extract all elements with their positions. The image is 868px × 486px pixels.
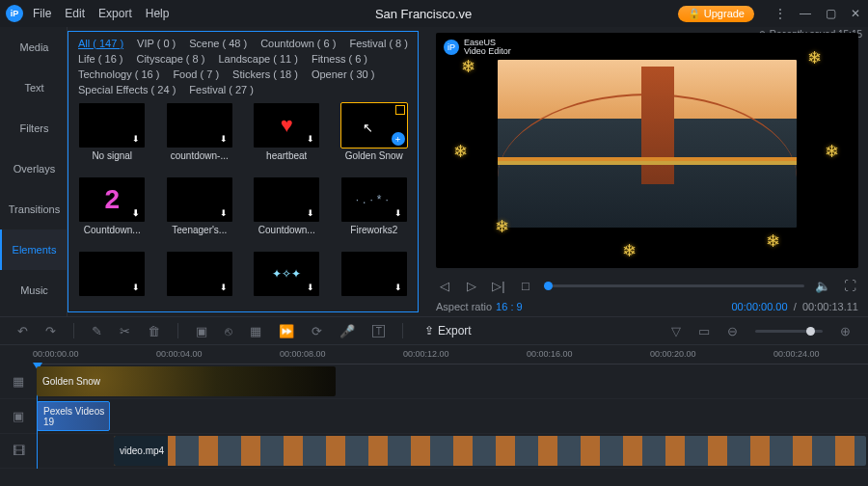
upgrade-button[interactable]: 🔒 Upgrade — [678, 6, 754, 22]
cursor-icon: ↖ — [363, 121, 373, 135]
voice-icon[interactable]: 🎤 — [339, 324, 355, 338]
menu-edit[interactable]: Edit — [65, 7, 85, 20]
stop-icon[interactable]: □ — [517, 279, 534, 293]
export-icon: ⇪ — [424, 324, 434, 338]
fullscreen-icon[interactable]: ⛶ — [841, 279, 858, 293]
menu-file[interactable]: File — [33, 7, 51, 20]
rotate-icon[interactable]: ⟳ — [312, 324, 322, 338]
filter-opener[interactable]: Opener ( 30 ) — [312, 68, 374, 80]
volume-icon[interactable]: 🔈 — [814, 279, 831, 293]
speed-icon[interactable]: ⏩ — [279, 324, 294, 338]
sidebar-tab-elements[interactable]: Elements — [0, 230, 67, 270]
element-thumb[interactable]: ⬇No signal — [78, 103, 147, 168]
filter-landscape[interactable]: Landscape ( 11 ) — [218, 53, 298, 65]
sidebar-tab-music[interactable]: Music — [0, 270, 67, 310]
sidebar-tab-media[interactable]: Media — [0, 27, 67, 68]
element-thumb[interactable]: ⬇ — [166, 252, 234, 306]
filter-technology[interactable]: Technology ( 16 ) — [78, 68, 159, 80]
download-icon[interactable]: ⬇ — [304, 206, 317, 220]
play-icon[interactable]: ▷ — [463, 279, 480, 293]
sidebar-tab-transitions[interactable]: Transitions — [0, 189, 67, 230]
download-icon[interactable]: ⬇ — [217, 132, 231, 146]
zoom-slider[interactable] — [755, 330, 823, 333]
element-thumb[interactable]: ⬇ — [253, 252, 321, 306]
element-thumb[interactable]: ⬇ — [340, 252, 409, 306]
thumb-label: Golden Snow — [345, 150, 403, 161]
filter-life[interactable]: Life ( 16 ) — [78, 53, 122, 65]
element-thumb[interactable]: ⬇Countdown... — [253, 177, 321, 242]
zoom-out-icon[interactable]: ⊖ — [727, 324, 738, 338]
crop-icon[interactable]: ▣ — [196, 324, 207, 338]
thumb-label: countdown-... — [171, 150, 229, 161]
element-thumb[interactable]: ＋↖Golden Snow — [340, 103, 409, 168]
download-icon[interactable]: ⬇ — [129, 132, 143, 146]
filter-scene[interactable]: Scene ( 48 ) — [189, 38, 247, 49]
filter-food[interactable]: Food ( 7 ) — [173, 68, 219, 80]
download-icon[interactable]: ⬇ — [392, 281, 405, 294]
fx-track-icon[interactable]: ▦ — [0, 374, 37, 389]
edit-icon[interactable]: ✎ — [92, 324, 102, 338]
overlay-track-icon[interactable]: ▣ — [0, 409, 37, 423]
preview-scrubber[interactable] — [544, 284, 804, 287]
filter-vip[interactable]: VIP ( 0 ) — [137, 38, 176, 49]
download-icon[interactable]: ⬇ — [304, 281, 317, 294]
zoom-in-icon[interactable]: ⊕ — [840, 324, 851, 338]
time-display: 00:00:00.00 / 00:00:13.11 — [731, 301, 858, 312]
element-thumb[interactable]: ⬇Fireworks2 — [340, 177, 409, 242]
download-icon[interactable]: ⬇ — [217, 281, 231, 294]
close-icon[interactable]: ✕ — [849, 7, 862, 20]
filter-fitness[interactable]: Fitness ( 6 ) — [312, 53, 367, 65]
download-icon[interactable]: ⬇ — [129, 206, 143, 220]
split-icon[interactable]: ⎋ — [225, 324, 232, 338]
filter-all[interactable]: All ( 147 ) — [78, 38, 123, 49]
video-track-icon[interactable]: 🎞 — [0, 444, 37, 458]
filter-special-effects[interactable]: Special Effects ( 24 ) — [78, 84, 176, 95]
marker-icon[interactable]: ▽ — [671, 324, 681, 338]
snap-icon[interactable]: ▭ — [698, 324, 710, 338]
redo-icon[interactable]: ↷ — [45, 324, 56, 338]
undo-icon[interactable]: ↶ — [17, 324, 28, 338]
clip-golden-snow[interactable]: Golden Snow — [37, 366, 336, 396]
element-thumb[interactable]: ⬇ — [78, 252, 147, 306]
download-icon[interactable]: ⬇ — [217, 206, 231, 220]
filter-countdown[interactable]: Countdown ( 6 ) — [260, 38, 336, 49]
aspect-ratio-label[interactable]: Aspect ratio16 : 9 — [436, 301, 523, 312]
download-icon[interactable]: ⬇ — [392, 206, 405, 220]
mosaic-icon[interactable]: ▦ — [250, 324, 261, 338]
clip-video[interactable]: video.mp4 — [114, 436, 866, 466]
cut-icon[interactable]: ✂ — [120, 324, 130, 338]
preview-viewport[interactable]: iP EaseUS Video Editor ❄ ❄ ❄ ❄ ❄ ❄ ❄ — [436, 33, 858, 268]
ruler-tick: 00:00:00.00 — [33, 349, 79, 359]
sidebar: MediaTextFiltersOverlaysTransitionsEleme… — [0, 27, 68, 316]
preview-frame — [498, 60, 797, 228]
minimize-icon[interactable]: — — [799, 7, 812, 20]
delete-icon[interactable]: 🗑 — [148, 324, 160, 338]
prev-frame-icon[interactable]: ◁ — [436, 279, 453, 293]
sidebar-tab-filters[interactable]: Filters — [0, 108, 67, 148]
sidebar-tab-overlays[interactable]: Overlays — [0, 148, 67, 189]
download-icon[interactable]: ⬇ — [129, 281, 143, 294]
next-frame-icon[interactable]: ▷| — [490, 279, 507, 293]
elements-library: All ( 147 )VIP ( 0 )Scene ( 48 )Countdow… — [68, 31, 419, 312]
filter-festival[interactable]: Festival ( 27 ) — [189, 84, 254, 95]
element-thumb[interactable]: 2⬇Countdown... — [78, 177, 147, 242]
settings-icon[interactable]: ⋮ — [773, 7, 787, 20]
caption-icon[interactable]: 🅃 — [372, 324, 385, 338]
menu-help[interactable]: Help — [146, 7, 170, 20]
maximize-icon[interactable]: ▢ — [824, 7, 837, 20]
filter-stickers[interactable]: Stickers ( 18 ) — [232, 68, 298, 80]
export-button[interactable]: ⇪ Export — [424, 324, 472, 338]
element-thumb[interactable]: ⬇Teenager's... — [166, 177, 234, 242]
timeline-tracks[interactable]: ▦ Golden Snow ▣ Pexels Videos 19 🎞 video… — [0, 364, 868, 469]
filter-cityscape[interactable]: Cityscape ( 8 ) — [136, 53, 204, 65]
clip-pexels[interactable]: Pexels Videos 19 — [37, 401, 110, 431]
download-icon[interactable]: ⬇ — [304, 132, 317, 146]
filter-festival[interactable]: Festival ( 8 ) — [349, 38, 408, 49]
add-icon[interactable]: ＋ — [392, 132, 405, 146]
sidebar-tab-text[interactable]: Text — [0, 68, 67, 108]
element-thumb[interactable]: ⬇countdown-... — [166, 103, 234, 168]
menu-export[interactable]: Export — [98, 7, 132, 20]
ruler-tick: 00:00:24.00 — [773, 349, 820, 359]
element-thumb[interactable]: ⬇heartbeat — [253, 103, 321, 168]
thumb-label: Teenager's... — [172, 225, 227, 235]
